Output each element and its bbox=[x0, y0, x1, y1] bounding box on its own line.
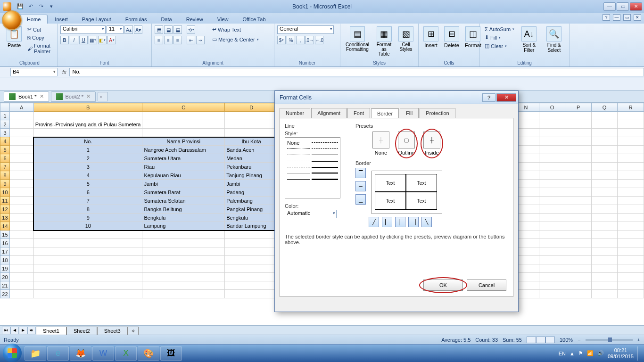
dialog-help-button[interactable]: ? bbox=[482, 93, 495, 102]
workbook-tab-2[interactable]: Book2 *✕ bbox=[51, 91, 96, 102]
ribbon-close-icon[interactable]: ✕ bbox=[634, 14, 641, 21]
border-bottom-button[interactable]: ▁ bbox=[355, 194, 366, 205]
dialog-titlebar[interactable]: Format Cells ? ✕ bbox=[275, 91, 518, 104]
fill-color-button[interactable]: ◧ bbox=[98, 36, 107, 44]
dialog-tab-number[interactable]: Number bbox=[280, 108, 310, 118]
qat-redo-icon[interactable]: ↷ bbox=[37, 2, 45, 11]
sheet-nav-first[interactable]: ⏮ bbox=[2, 327, 10, 334]
find-select-button[interactable]: 🔍Find & Select bbox=[542, 25, 566, 54]
decrease-decimal-button[interactable]: ←.0 bbox=[315, 36, 323, 44]
clear-button[interactable]: ◫Clear bbox=[483, 42, 516, 50]
fill-button[interactable]: ⬇Fill bbox=[483, 33, 516, 41]
comma-button[interactable]: , bbox=[296, 36, 305, 44]
border-right-button[interactable]: ▕ bbox=[408, 217, 419, 227]
border-left-button[interactable]: ▏ bbox=[382, 217, 392, 227]
sheet-tab-2[interactable]: Sheet2 bbox=[66, 327, 97, 335]
bold-button[interactable]: B bbox=[60, 36, 69, 44]
cancel-button[interactable]: Cancel bbox=[467, 280, 506, 291]
ok-button[interactable]: OK bbox=[423, 280, 463, 291]
conditional-formatting-button[interactable]: ▤Conditional Formatting bbox=[343, 25, 372, 53]
close-icon[interactable]: ✕ bbox=[86, 93, 91, 99]
tab-view[interactable]: View bbox=[210, 15, 236, 24]
taskbar-photos[interactable]: 🖼 bbox=[160, 346, 182, 361]
tray-lang[interactable]: EN bbox=[559, 351, 566, 356]
zoom-level[interactable]: 100% bbox=[560, 337, 573, 343]
underline-button[interactable]: U bbox=[79, 36, 88, 44]
autosum-button[interactable]: ΣAutoSum bbox=[483, 25, 516, 33]
name-box[interactable]: B4 bbox=[10, 68, 58, 76]
tab-formulas[interactable]: Formulas bbox=[118, 15, 154, 24]
dialog-tab-fill[interactable]: Fill bbox=[400, 108, 419, 118]
font-color-button[interactable]: A bbox=[107, 36, 116, 44]
border-vmid-button[interactable]: │ bbox=[395, 217, 405, 227]
tray-up-icon[interactable]: ▲ bbox=[570, 351, 575, 356]
border-diag-down-button[interactable]: ╲ bbox=[421, 217, 432, 227]
preset-outline[interactable]: ▢Outline bbox=[398, 132, 415, 156]
indent-decrease-button[interactable]: ⇤ bbox=[187, 36, 195, 44]
tray-volume-icon[interactable]: 🔊 bbox=[597, 350, 604, 356]
preset-inside[interactable]: ┼Inside bbox=[423, 132, 440, 156]
format-as-table-button[interactable]: ▦Format as Table bbox=[373, 25, 395, 58]
font-name-select[interactable]: Calibri bbox=[60, 25, 106, 34]
new-workbook-tab[interactable]: ▫ bbox=[98, 92, 108, 101]
align-center-button[interactable]: ≡ bbox=[164, 36, 173, 44]
tray-network-icon[interactable]: 📶 bbox=[587, 350, 594, 356]
italic-button[interactable]: I bbox=[70, 36, 78, 44]
qat-undo-icon[interactable]: ↶ bbox=[26, 2, 35, 11]
dialog-close-button[interactable]: ✕ bbox=[496, 93, 516, 102]
taskbar-excel[interactable]: X bbox=[115, 346, 137, 361]
font-size-select[interactable]: 11 bbox=[107, 25, 124, 34]
view-normal-button[interactable] bbox=[527, 337, 536, 343]
qat-more-icon[interactable]: ▾ bbox=[47, 2, 56, 11]
border-preview[interactable]: Text Text Text Text bbox=[372, 171, 442, 214]
increase-decimal-button[interactable]: .0→ bbox=[305, 36, 314, 44]
border-hmid-button[interactable]: ─ bbox=[355, 181, 366, 191]
sheet-nav-prev[interactable]: ◀ bbox=[10, 327, 19, 334]
tray-clock[interactable]: 08:2109/01/2015 bbox=[608, 347, 634, 359]
align-left-button[interactable]: ≡ bbox=[155, 36, 163, 44]
fx-icon[interactable]: fx bbox=[59, 69, 69, 75]
dialog-tab-alignment[interactable]: Alignment bbox=[311, 108, 347, 118]
shrink-font-button[interactable]: A▾ bbox=[134, 25, 142, 34]
tab-insert[interactable]: Insert bbox=[48, 15, 75, 24]
taskbar-paint[interactable]: 🎨 bbox=[138, 346, 159, 361]
sort-filter-button[interactable]: A↓Sort & Filter bbox=[518, 25, 540, 54]
orientation-button[interactable]: ⟲ bbox=[187, 25, 195, 34]
align-right-button[interactable]: ≡ bbox=[173, 36, 182, 44]
maximize-button[interactable]: ▭ bbox=[617, 2, 629, 11]
line-style-picker[interactable]: None bbox=[285, 137, 340, 198]
zoom-slider[interactable] bbox=[586, 339, 633, 341]
insert-cells-button[interactable]: ⊞Insert bbox=[421, 25, 440, 49]
sheet-nav-next[interactable]: ▶ bbox=[19, 327, 27, 334]
tab-office-tab[interactable]: Office Tab bbox=[235, 15, 272, 24]
border-button[interactable]: ▦ bbox=[89, 36, 97, 44]
tab-review[interactable]: Review bbox=[179, 15, 210, 24]
zoom-in-button[interactable]: + bbox=[637, 337, 640, 343]
align-middle-button[interactable]: ⬓ bbox=[164, 25, 173, 34]
sheet-nav-last[interactable]: ⏭ bbox=[27, 327, 36, 334]
taskbar-firefox[interactable]: 🦊 bbox=[70, 346, 91, 361]
start-button[interactable] bbox=[3, 344, 22, 362]
tab-home[interactable]: Home bbox=[20, 15, 48, 24]
close-button[interactable]: ✕ bbox=[630, 2, 642, 11]
minimize-button[interactable]: — bbox=[603, 2, 616, 11]
merge-center-button[interactable]: ▭Merge & Center bbox=[210, 35, 261, 43]
copy-button[interactable]: ⎘Copy bbox=[25, 34, 54, 41]
cut-button[interactable]: ✂Cut bbox=[25, 25, 54, 33]
number-format-select[interactable]: General bbox=[277, 25, 334, 34]
sheet-tab-3[interactable]: Sheet3 bbox=[97, 327, 128, 335]
dialog-tab-border[interactable]: Border bbox=[371, 108, 399, 118]
taskbar-explorer[interactable]: 📁 bbox=[25, 346, 46, 361]
format-painter-button[interactable]: 🖌Format Painter bbox=[25, 42, 54, 55]
align-top-button[interactable]: ⬒ bbox=[155, 25, 163, 34]
cell-styles-button[interactable]: ▧Cell Styles bbox=[396, 25, 415, 53]
tab-data[interactable]: Data bbox=[154, 15, 179, 24]
qat-save-icon[interactable]: 💾 bbox=[16, 2, 25, 11]
delete-cells-button[interactable]: ⊟Delete bbox=[442, 25, 461, 49]
close-icon[interactable]: ✕ bbox=[40, 93, 44, 99]
preset-none[interactable]: ┼None bbox=[372, 132, 389, 156]
taskbar-word[interactable]: W bbox=[92, 346, 114, 361]
office-button[interactable] bbox=[2, 10, 22, 30]
tray-flag-icon[interactable]: ⚑ bbox=[578, 350, 583, 356]
border-diag-up-button[interactable]: ╱ bbox=[369, 217, 379, 227]
